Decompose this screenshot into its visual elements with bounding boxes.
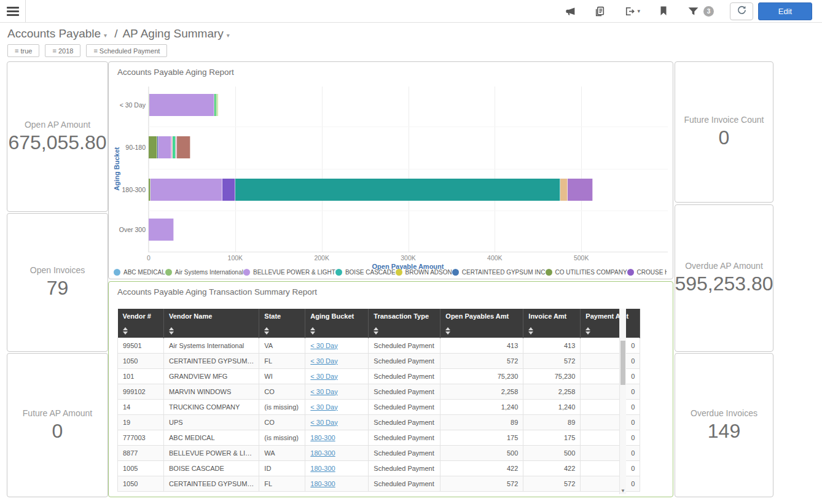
legend-dot — [452, 269, 459, 276]
legend-item[interactable]: ABC MEDICAL — [114, 269, 165, 276]
aging-bucket-link[interactable]: < 30 Day — [310, 388, 337, 395]
refresh-button[interactable] — [730, 2, 753, 20]
edit-button[interactable]: Edit — [758, 2, 812, 20]
column-header[interactable]: Payment Amt — [581, 309, 640, 338]
aging-bucket-link[interactable]: 180-300 — [310, 465, 335, 472]
legend-item[interactable]: CROUSE HINDS — [627, 269, 667, 276]
filter-chip[interactable]: = true — [7, 44, 39, 57]
table-cell: < 30 Day — [305, 384, 369, 399]
sort-icon[interactable] — [169, 327, 174, 335]
sort-icon[interactable] — [374, 327, 378, 335]
legend-item[interactable]: Air Systems International — [165, 269, 243, 276]
chart-card: Accounts Payable Aging Report Aging Buck… — [108, 61, 673, 279]
table-cell: 777003 — [118, 430, 164, 445]
table-cell: TRUCKING COMPANY — [164, 399, 259, 414]
column-header[interactable]: Transaction Type — [369, 309, 440, 338]
table-cell: MARVIN WINDOWS — [164, 384, 259, 399]
bar-segment[interactable] — [560, 179, 568, 201]
table-cell: 422 — [440, 460, 523, 476]
category-label: < 30 Day — [111, 101, 146, 109]
sort-icon[interactable] — [585, 327, 590, 335]
table-cell: 175 — [523, 430, 581, 445]
scrollbar-thumb[interactable] — [620, 341, 625, 385]
sort-icon[interactable] — [310, 327, 315, 335]
legend-dot — [546, 269, 552, 276]
filter-count-badge[interactable]: 3 — [703, 6, 714, 17]
chevron-down-icon[interactable]: ▾ — [104, 32, 107, 39]
table-cell: Scheduled Payment — [369, 430, 440, 445]
kpi-card-overdue-ap-amount: Overdue AP Amount 595,253.80 — [675, 204, 773, 352]
export-icon[interactable] — [623, 5, 635, 17]
legend-item[interactable]: CERTAINTEED GYPSUM INC — [452, 269, 546, 276]
table-cell: CERTAINTEED GYPSUM… — [164, 476, 259, 491]
column-header-label: Aging Bucket — [310, 312, 354, 320]
sort-icon[interactable] — [264, 327, 269, 335]
scroll-down-icon[interactable]: ▼ — [620, 488, 626, 494]
table-row: 1005BOISE CASCADEID180-300Scheduled Paym… — [118, 460, 640, 476]
category-label: Over 300 — [111, 226, 146, 233]
aging-bucket-link[interactable]: < 30 Day — [310, 373, 337, 380]
legend-label: CROUSE HINDS — [637, 269, 667, 276]
bar-segment[interactable] — [151, 179, 222, 201]
column-header[interactable]: State — [259, 309, 305, 338]
sort-icon[interactable] — [123, 327, 128, 335]
export-caret-icon[interactable]: ▾ — [637, 8, 640, 14]
aging-bucket-link[interactable]: 180-300 — [310, 434, 335, 441]
column-header[interactable]: Vendor Name — [164, 309, 259, 338]
menu-icon[interactable] — [0, 0, 26, 22]
sort-icon[interactable] — [528, 327, 533, 335]
table-cell: 413 — [440, 338, 523, 353]
table-cell: CERTAINTEED GYPSUM… — [164, 353, 259, 368]
filter-chip[interactable]: = Scheduled Payment — [86, 44, 167, 57]
kpi-value: 595,253.80 — [675, 273, 773, 295]
column-header[interactable]: Vendor # — [118, 309, 164, 338]
bar-segment[interactable] — [149, 94, 214, 116]
column-header[interactable]: Open Payables Amt — [440, 309, 523, 338]
legend-item[interactable]: BOISE CASCADE — [335, 269, 396, 276]
aging-bucket-link[interactable]: < 30 Day — [310, 419, 337, 426]
aging-bucket-link[interactable]: 180-300 — [310, 449, 335, 457]
table-cell: < 30 Day — [305, 353, 369, 368]
table-cell: 2,258 — [523, 384, 581, 399]
aging-bucket-link[interactable]: < 30 Day — [310, 403, 337, 411]
breadcrumb-section[interactable]: Accounts Payable — [7, 27, 101, 41]
announce-icon[interactable] — [564, 5, 576, 17]
bar-segment[interactable] — [149, 136, 157, 158]
breadcrumb-page[interactable]: AP Aging Summary — [122, 27, 223, 41]
table-cell: (is missing) — [259, 399, 305, 414]
table-cell: CO — [259, 414, 305, 430]
copy-icon[interactable] — [593, 5, 606, 17]
bar-segment[interactable] — [222, 179, 235, 201]
bar-segment[interactable] — [159, 136, 171, 158]
column-header[interactable]: Invoice Amt — [523, 309, 581, 338]
column-header-label: Open Payables Amt — [445, 312, 509, 320]
filter-icon[interactable] — [687, 5, 699, 17]
kpi-label: Future AP Amount — [23, 408, 92, 418]
aging-bucket-link[interactable]: 180-300 — [310, 480, 335, 487]
column-header[interactable]: Aging Bucket — [305, 309, 369, 338]
aging-bucket-link[interactable]: < 30 Day — [310, 357, 337, 365]
sort-icon[interactable] — [445, 327, 450, 335]
aging-bucket-link[interactable]: < 30 Day — [310, 342, 337, 349]
legend-label: BOISE CASCADE — [345, 269, 396, 276]
bar-segment[interactable] — [177, 136, 191, 158]
legend-item[interactable]: CO UTILITIES COMPANY — [546, 269, 627, 276]
bar-segment[interactable] — [568, 179, 593, 201]
kpi-value: 149 — [708, 420, 740, 443]
chevron-down-icon[interactable]: ▾ — [227, 32, 230, 39]
legend-item[interactable]: BROWN ADSON — [396, 269, 452, 276]
table-cell: Scheduled Payment — [369, 338, 440, 353]
bar-segment[interactable] — [235, 179, 561, 201]
table-scrollbar[interactable]: ▼ — [619, 309, 626, 494]
bookmark-icon[interactable] — [657, 5, 670, 17]
table-cell: 175 — [440, 430, 523, 445]
table-title: Accounts Payable Aging Transaction Summa… — [117, 287, 317, 297]
filter-chip[interactable]: = 2018 — [45, 44, 80, 57]
table-cell: 180-300 — [305, 430, 369, 445]
table-cell: 999102 — [118, 384, 164, 399]
table-cell: 0 — [581, 414, 640, 430]
legend-item[interactable]: BELLEVUE POWER & LIGHT — [243, 269, 335, 276]
table-cell: 180-300 — [305, 445, 369, 460]
bar-segment[interactable] — [149, 219, 174, 241]
x-tick-label: 500K — [574, 254, 589, 262]
